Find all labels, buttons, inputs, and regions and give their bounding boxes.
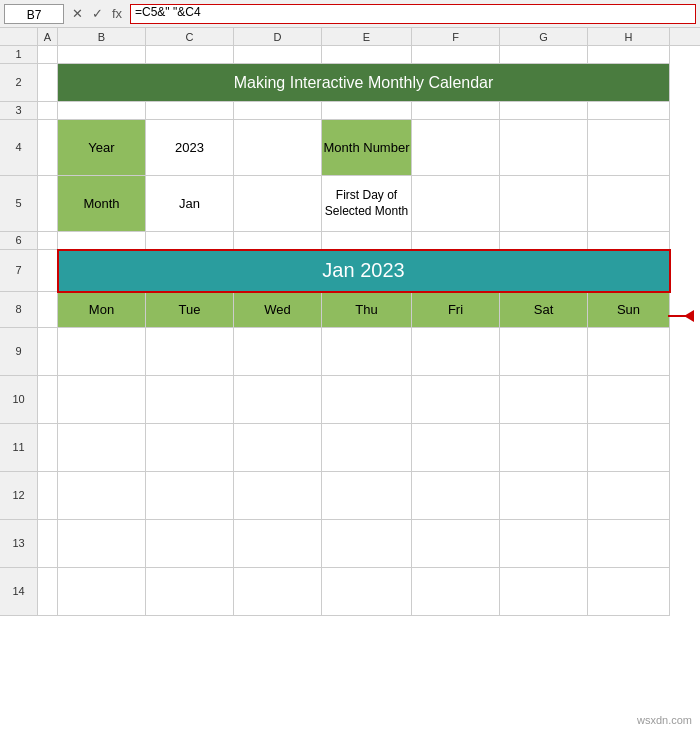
cell-g3[interactable] [500,102,588,120]
cell-d14[interactable] [234,568,322,616]
cell-mon[interactable]: Mon [58,292,146,328]
cell-d11[interactable] [234,424,322,472]
cell-a8[interactable] [38,292,58,328]
cell-f13[interactable] [412,520,500,568]
cell-c10[interactable] [146,376,234,424]
cell-d10[interactable] [234,376,322,424]
cell-g9[interactable] [500,328,588,376]
cell-d3[interactable] [234,102,322,120]
cell-e9[interactable] [322,328,412,376]
cell-a14[interactable] [38,568,58,616]
cancel-icon[interactable]: ✕ [68,5,86,23]
cell-e1[interactable] [322,46,412,64]
cell-c12[interactable] [146,472,234,520]
cell-first-day-label[interactable]: First Day ofSelected Month [322,176,412,232]
cell-d13[interactable] [234,520,322,568]
cell-a5[interactable] [38,176,58,232]
cell-month-value[interactable]: Jan [146,176,234,232]
cell-sun[interactable]: Sun [588,292,670,328]
cell-d12[interactable] [234,472,322,520]
cell-calendar-header[interactable]: Jan 2023 [58,250,670,292]
cell-h9[interactable] [588,328,670,376]
cell-c11[interactable] [146,424,234,472]
cell-b11[interactable] [58,424,146,472]
cell-a6[interactable] [38,232,58,250]
cell-tue[interactable]: Tue [146,292,234,328]
cell-g10[interactable] [500,376,588,424]
cell-a7[interactable] [38,250,58,292]
cell-c14[interactable] [146,568,234,616]
cell-e14[interactable] [322,568,412,616]
cell-h4[interactable] [588,120,670,176]
cell-b9[interactable] [58,328,146,376]
cell-f11[interactable] [412,424,500,472]
cell-e3[interactable] [322,102,412,120]
cell-thu[interactable]: Thu [322,292,412,328]
cell-c9[interactable] [146,328,234,376]
cell-a11[interactable] [38,424,58,472]
cell-b14[interactable] [58,568,146,616]
cell-g14[interactable] [500,568,588,616]
cell-f3[interactable] [412,102,500,120]
cell-g5[interactable] [500,176,588,232]
cell-month-num-label[interactable]: Month Number [322,120,412,176]
cell-f10[interactable] [412,376,500,424]
cell-fri[interactable]: Fri [412,292,500,328]
cell-a10[interactable] [38,376,58,424]
cell-g12[interactable] [500,472,588,520]
cell-d5[interactable] [234,176,322,232]
cell-h5[interactable] [588,176,670,232]
cell-h14[interactable] [588,568,670,616]
cell-c13[interactable] [146,520,234,568]
cell-h12[interactable] [588,472,670,520]
cell-year-label[interactable]: Year [58,120,146,176]
cell-e11[interactable] [322,424,412,472]
name-box[interactable]: B7 [4,4,64,24]
cell-b6[interactable] [58,232,146,250]
cell-b12[interactable] [58,472,146,520]
cell-c1[interactable] [146,46,234,64]
cell-e12[interactable] [322,472,412,520]
cell-wed[interactable]: Wed [234,292,322,328]
cell-month-label[interactable]: Month [58,176,146,232]
cell-f9[interactable] [412,328,500,376]
cell-a9[interactable] [38,328,58,376]
cell-first-day-value[interactable] [412,176,500,232]
cell-h10[interactable] [588,376,670,424]
cell-sat[interactable]: Sat [500,292,588,328]
cell-h11[interactable] [588,424,670,472]
cell-h6[interactable] [588,232,670,250]
cell-g4[interactable] [500,120,588,176]
cell-g1[interactable] [500,46,588,64]
cell-title[interactable]: Making Interactive Monthly Calendar [58,64,670,102]
cell-h1[interactable] [588,46,670,64]
cell-a2[interactable] [38,64,58,102]
cell-f14[interactable] [412,568,500,616]
cell-g13[interactable] [500,520,588,568]
cell-f12[interactable] [412,472,500,520]
cell-d1[interactable] [234,46,322,64]
confirm-icon[interactable]: ✓ [88,5,106,23]
cell-g11[interactable] [500,424,588,472]
cell-e13[interactable] [322,520,412,568]
cell-a3[interactable] [38,102,58,120]
cell-e10[interactable] [322,376,412,424]
cell-h13[interactable] [588,520,670,568]
cell-d6[interactable] [234,232,322,250]
cell-d4[interactable] [234,120,322,176]
cell-f1[interactable] [412,46,500,64]
cell-b10[interactable] [58,376,146,424]
cell-c3[interactable] [146,102,234,120]
formula-input[interactable]: =C5&" "&C4 [130,4,696,24]
cell-a4[interactable] [38,120,58,176]
cell-b13[interactable] [58,520,146,568]
cell-b3[interactable] [58,102,146,120]
cell-a12[interactable] [38,472,58,520]
cell-g6[interactable] [500,232,588,250]
cell-a1[interactable] [38,46,58,64]
cell-c6[interactable] [146,232,234,250]
fx-icon[interactable]: fx [108,5,126,23]
cell-e6[interactable] [322,232,412,250]
cell-month-num-value[interactable] [412,120,500,176]
cell-a13[interactable] [38,520,58,568]
